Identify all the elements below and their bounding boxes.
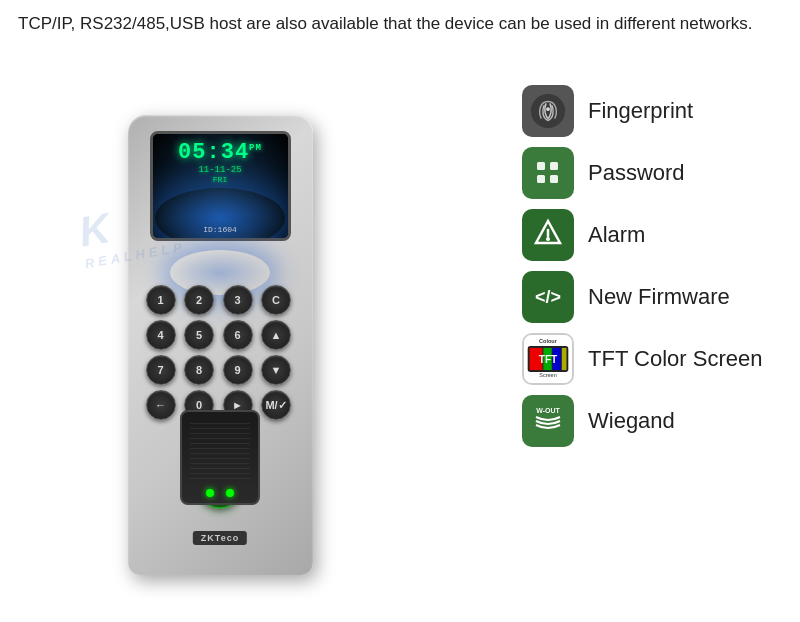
wiegand-icon: W-OUT (522, 395, 574, 447)
feature-item-wiegand: W-OUT Wiegand (522, 395, 782, 447)
svg-rect-17 (562, 348, 567, 370)
key-7[interactable]: 7 (146, 355, 176, 385)
tft-label: TFT Color Screen (588, 346, 762, 372)
svg-text:W-OUT: W-OUT (536, 407, 560, 414)
key-6[interactable]: 6 (223, 320, 253, 350)
day-display: FRI (213, 175, 227, 184)
time-display: 05:34PM (178, 140, 262, 165)
led-left (206, 489, 214, 497)
feature-item-alarm: Alarm (522, 209, 782, 261)
key-[interactable]: ← (146, 390, 176, 420)
password-icon (522, 147, 574, 199)
device-image: 05:34PM 11-11-25 FRI ID:1604 123C456▲789… (60, 95, 380, 595)
wiegand-label: Wiegand (588, 408, 675, 434)
firmware-icon: </> (522, 271, 574, 323)
id-display: ID:1604 (203, 225, 237, 234)
key-M[interactable]: M/✓ (261, 390, 291, 420)
fingerprint-label: Fingerprint (588, 98, 693, 124)
svg-point-1 (546, 107, 550, 111)
access-control-device: 05:34PM 11-11-25 FRI ID:1604 123C456▲789… (128, 115, 313, 575)
feature-item-tft: Colour Screen TFT TFT Color Screen (522, 333, 782, 385)
fingerprint-scanner (180, 410, 260, 505)
feature-item-fingerprint: Fingerprint (522, 85, 782, 137)
svg-text:TFT: TFT (539, 354, 558, 365)
key-2[interactable]: 2 (184, 285, 214, 315)
led-right (226, 489, 234, 497)
password-label: Password (588, 160, 685, 186)
key-3[interactable]: 3 (223, 285, 253, 315)
keypad: 123C456▲789▼←0►M/✓ (146, 285, 295, 420)
device-screen: 05:34PM 11-11-25 FRI ID:1604 (150, 131, 291, 241)
header-description: TCP/IP, RS232/485,USB host are also avai… (18, 12, 782, 37)
alarm-label: Alarm (588, 222, 645, 248)
firmware-label: New Firmware (588, 284, 730, 310)
svg-text:Colour: Colour (539, 338, 558, 344)
fingerprint-icon (522, 85, 574, 137)
svg-rect-5 (537, 175, 545, 183)
tft-icon: Colour Screen TFT (522, 333, 574, 385)
svg-text:Screen: Screen (539, 372, 556, 378)
feature-item-firmware: </> New Firmware (522, 271, 782, 323)
svg-text:</>: </> (535, 287, 561, 307)
key-5[interactable]: 5 (184, 320, 214, 350)
key-1[interactable]: 1 (146, 285, 176, 315)
svg-rect-4 (550, 162, 558, 170)
feature-item-password: Password (522, 147, 782, 199)
svg-rect-2 (528, 153, 568, 193)
key-9[interactable]: 9 (223, 355, 253, 385)
alarm-icon (522, 209, 574, 261)
brand-label: ZKTeco (193, 531, 247, 545)
key-[interactable]: ▲ (261, 320, 291, 350)
svg-point-8 (546, 237, 550, 241)
svg-rect-3 (537, 162, 545, 170)
svg-rect-6 (550, 175, 558, 183)
key-C[interactable]: C (261, 285, 291, 315)
key-4[interactable]: 4 (146, 320, 176, 350)
key-8[interactable]: 8 (184, 355, 214, 385)
scanner-surface (190, 420, 250, 483)
date-display: 11-11-25 (198, 165, 241, 175)
features-panel: Fingerprint Password Alarm </> New Firmw… (522, 85, 782, 447)
scanner-leds (206, 489, 234, 497)
key-[interactable]: ▼ (261, 355, 291, 385)
